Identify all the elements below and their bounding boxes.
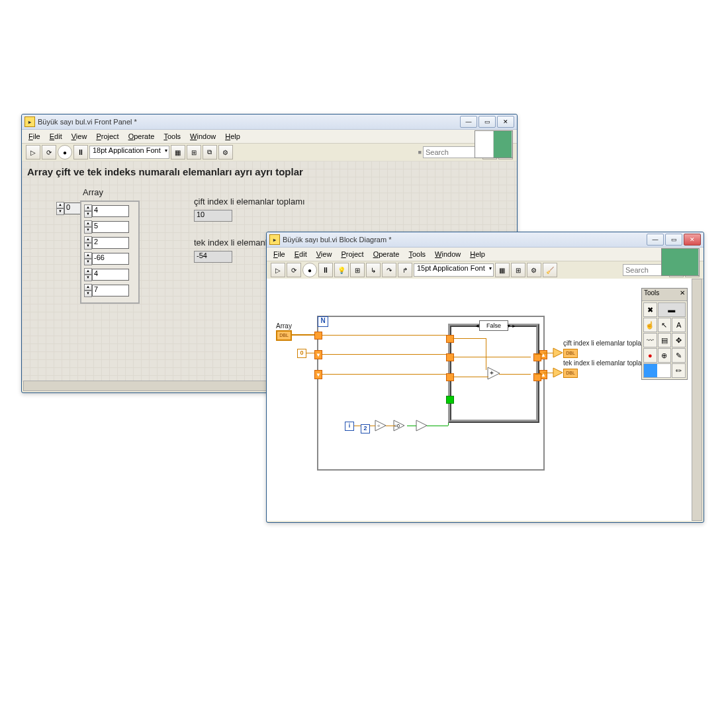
menu-file[interactable]: File	[24, 131, 44, 142]
array-control[interactable]: ▲▼4 ▲▼5 ▲▼2 ▲▼-66 ▲▼4 ▲▼7	[80, 201, 140, 304]
step-out-button[interactable]: ↱	[398, 263, 412, 277]
two-constant[interactable]: 2	[361, 424, 370, 433]
highlight-button[interactable]: 💡	[334, 263, 349, 277]
vertical-scrollbar[interactable]	[692, 279, 702, 521]
run-cont-button[interactable]: ⟳	[42, 145, 56, 159]
step-into-button[interactable]: ↳	[366, 263, 381, 277]
font-selector[interactable]: 15pt Application Font	[414, 263, 494, 277]
popup-tool-icon[interactable]: ▤	[658, 333, 672, 347]
case-tunnel[interactable]	[446, 335, 454, 343]
run-button[interactable]: ▷	[271, 263, 285, 277]
breakpoint-tool-icon[interactable]: ●	[643, 348, 657, 363]
wire-tool-icon[interactable]: 〰	[643, 333, 657, 347]
down-icon[interactable]: ▼	[56, 208, 64, 215]
quotient-remainder-node[interactable]: ÷	[375, 420, 386, 431]
array-cell-3[interactable]: -66	[92, 253, 129, 265]
menu-view[interactable]: View	[68, 131, 91, 142]
loop-n-terminal[interactable]: N	[318, 316, 328, 327]
align-button[interactable]: ▦	[171, 145, 185, 159]
reorder-button[interactable]: 🧹	[543, 263, 557, 277]
close-button[interactable]: ✕	[497, 116, 514, 128]
case-tunnel[interactable]	[446, 373, 454, 381]
menu-operate[interactable]: Operate	[124, 131, 159, 142]
retain-button[interactable]: ⊞	[350, 263, 365, 277]
up-icon[interactable]: ▲	[56, 202, 64, 208]
even-sum-terminal[interactable]: DBL	[563, 349, 578, 358]
pause-button[interactable]: II	[73, 145, 88, 159]
add-node[interactable]: +	[488, 368, 499, 379]
menu-view[interactable]: View	[312, 249, 336, 259]
probe-tool-icon[interactable]: ⊕	[658, 348, 672, 363]
menu-file[interactable]: File	[269, 249, 289, 259]
array-terminal[interactable]: DBL	[276, 330, 292, 341]
maximize-button[interactable]: ▭	[665, 234, 682, 246]
resize-button[interactable]: ⧉	[203, 145, 217, 159]
menu-project[interactable]: Project	[337, 249, 367, 259]
align-button[interactable]: ▦	[495, 263, 510, 277]
maximize-button[interactable]: ▭	[478, 116, 496, 128]
menu-tools[interactable]: Tools	[159, 131, 185, 142]
autoindex-tunnel[interactable]	[314, 332, 322, 340]
case-selector[interactable]: False	[479, 320, 508, 331]
case-tunnel[interactable]	[446, 353, 454, 361]
color-copy-tool-icon[interactable]: ✎	[672, 348, 686, 363]
equal-zero-node[interactable]: =0	[395, 420, 406, 431]
run-button[interactable]: ▷	[26, 145, 40, 159]
menu-window[interactable]: Window	[186, 131, 220, 142]
tools-palette[interactable]: Tools✕ ✖ ▬ ☝ ↖ A 〰 ▤ ✥ ● ⊕ ✎ ✏	[641, 288, 688, 380]
iteration-terminal[interactable]: i	[345, 422, 354, 431]
close-icon[interactable]: ✕	[680, 289, 685, 300]
menu-window[interactable]: Window	[431, 249, 465, 259]
array-cell-0[interactable]: 4	[92, 205, 129, 217]
abort-button[interactable]: ●	[58, 145, 72, 159]
color-tool-icon[interactable]	[643, 363, 671, 378]
step-over-button[interactable]: ↷	[382, 263, 396, 277]
case-structure[interactable]: False +	[448, 324, 539, 423]
shift-register-left-1[interactable]: ▼	[314, 350, 322, 359]
reorder-button[interactable]: ⚙	[218, 145, 233, 159]
array-cell-2[interactable]: 2	[92, 237, 129, 249]
color-tool-icon-2[interactable]: ✏	[672, 363, 686, 378]
menu-project[interactable]: Project	[92, 131, 122, 142]
operate-tool-icon[interactable]: ▬	[658, 302, 686, 317]
array-cell-5[interactable]: 7	[92, 285, 129, 296]
auto-tool-icon[interactable]: ✖	[643, 302, 657, 317]
position-tool-icon[interactable]: ↖	[658, 318, 672, 332]
abort-button[interactable]: ●	[302, 263, 317, 277]
vi-icon-connector[interactable]	[475, 130, 513, 158]
close-button[interactable]: ✕	[684, 234, 701, 246]
page-heading: Array çift ve tek indeks numaralı eleman…	[27, 166, 303, 177]
wire	[535, 354, 542, 355]
cleanup-button[interactable]: ⚙	[527, 263, 541, 277]
vi-icon-connector[interactable]	[661, 248, 700, 276]
for-loop[interactable]: N ▼ ▼ ▲ ▲ i 2 ÷ =0	[317, 316, 545, 471]
menu-edit[interactable]: Edit	[291, 249, 311, 259]
font-selector[interactable]: 18pt Application Font	[89, 146, 169, 159]
wire	[354, 426, 361, 426]
array-cell-1[interactable]: 5	[92, 221, 129, 233]
titlebar[interactable]: ▸ Büyük sayı bul.vi Front Panel * — ▭ ✕	[22, 114, 517, 130]
run-cont-button[interactable]: ⟳	[287, 263, 301, 277]
array-cell-4[interactable]: 4	[92, 269, 129, 281]
minimize-button[interactable]: —	[460, 116, 477, 128]
search-input[interactable]	[423, 146, 481, 158]
titlebar[interactable]: ▸ Büyük sayı bul.vi Block Diagram * — ▭ …	[267, 232, 704, 248]
minimize-button[interactable]: —	[647, 234, 664, 246]
select-node[interactable]	[416, 420, 427, 431]
pause-button[interactable]: II	[318, 263, 333, 277]
menu-help[interactable]: Help	[221, 131, 244, 142]
menu-operate[interactable]: Operate	[369, 249, 404, 259]
finger-tool-icon[interactable]: ☝	[643, 318, 657, 332]
scroll-tool-icon[interactable]: ✥	[672, 333, 686, 347]
distribute-button[interactable]: ⊞	[511, 263, 525, 277]
odd-sum-terminal[interactable]: DBL	[563, 369, 578, 378]
menu-tools[interactable]: Tools	[404, 249, 430, 259]
shift-register-left-2[interactable]: ▼	[314, 370, 322, 379]
block-diagram-canvas[interactable]: Array DBL 0 N ▼ ▼ ▲ ▲ i 2 ÷ =0	[267, 279, 692, 521]
case-selector-tunnel[interactable]	[446, 396, 454, 404]
menu-help[interactable]: Help	[466, 249, 489, 259]
distribute-button[interactable]: ⊞	[187, 145, 201, 159]
zero-constant[interactable]: 0	[297, 349, 306, 358]
text-tool-icon[interactable]: A	[672, 318, 686, 332]
menu-edit[interactable]: Edit	[46, 131, 66, 142]
